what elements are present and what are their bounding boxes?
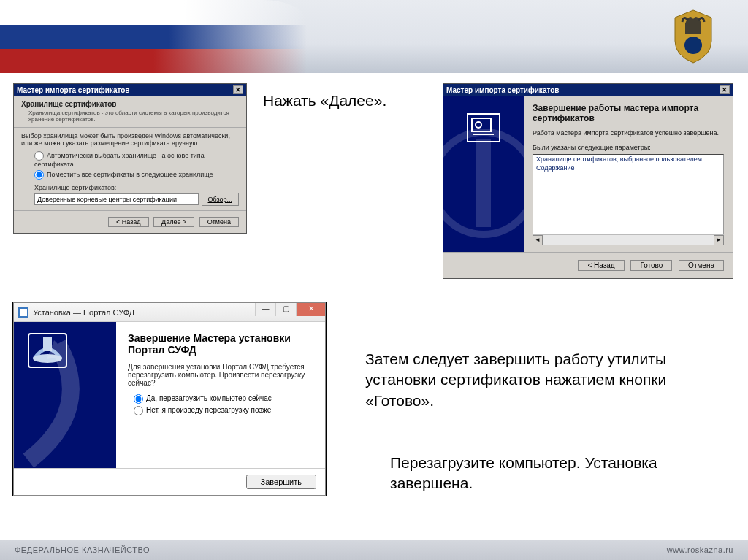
svg-point-0 [684,37,702,54]
finish-heading: Завершение работы мастера импорта сертиф… [533,103,724,123]
radio-restart-now[interactable]: Да, перезагрузить компьютер сейчас [134,394,313,404]
installer-heading: Завершение Мастера установки Портал СУФД [128,332,313,356]
back-button[interactable]: < Назад [578,260,624,271]
panel-heading: Хранилище сертификатов [21,100,239,108]
finish-button[interactable]: Завершить [246,475,316,489]
store-label: Хранилище сертификатов: [34,184,239,191]
done-button[interactable]: Готово [630,260,672,271]
scroll-left-icon[interactable]: ◄ [533,235,543,245]
radio-auto-label: Автоматически выбрать хранилище на основ… [34,152,205,168]
annotation-2: Затем следует завершить работу утилиты у… [365,349,694,411]
svg-rect-7 [20,309,27,316]
annotation-1: Нажать «Далее». [263,91,386,111]
close-icon[interactable]: ✕ [720,85,730,94]
radio-restart-later[interactable]: Нет, я произведу перезагрузку позже [134,406,313,415]
titlebar: Мастер импорта сертификатов ✕ [443,84,733,96]
params-listbox[interactable]: Хранилище сертификатов, выбранное пользо… [533,154,724,234]
cert-wizard-store-dialog: Мастер импорта сертификатов ✕ Хранилище … [13,83,247,234]
cert-wizard-finish-dialog: Мастер импорта сертификатов ✕ Завершение… [443,83,733,279]
footer-bar: ФЕДЕРАЛЬНОЕ КАЗНАЧЕЙСТВО www.roskazna.ru [0,540,748,560]
footer-url: www.roskazna.ru [667,545,733,554]
side-panel [443,96,524,252]
next-button[interactable]: Далее > [153,217,194,227]
app-icon [18,307,28,318]
flag-graphic [0,0,307,73]
radio-now-label: Да, перезагрузить компьютер сейчас [146,394,272,402]
cancel-button[interactable]: Отмена [199,217,239,227]
params-label: Были указаны следующие параметры: [533,144,724,151]
desc-text: Выбор хранилища может быть произведен Wi… [21,132,239,147]
cancel-button[interactable]: Отмена [679,260,724,271]
finish-line: Работа мастера импорта сертификатов успе… [533,129,724,137]
footer-org: ФЕДЕРАЛЬНОЕ КАЗНАЧЕЙСТВО [15,545,150,554]
installer-para: Для завершения установки Портал СУФД тре… [128,363,313,387]
radio-manual-label: Поместить все сертификаты в следующее хр… [47,171,213,178]
titlebar: Мастер импорта сертификатов ✕ [14,84,246,96]
store-input[interactable] [34,193,199,205]
browse-button[interactable]: Обзор... [202,193,240,206]
installer-finish-dialog: Установка — Портал СУФД — ▢ ✕ [13,302,326,496]
scroll-right-icon[interactable]: ► [714,235,724,245]
radio-later-label: Нет, я произведу перезагрузку позже [146,406,271,414]
radio-auto[interactable]: Автоматически выбрать хранилище на основ… [34,151,239,168]
minimize-button[interactable]: — [255,303,275,316]
close-icon[interactable]: ✕ [296,303,325,316]
side-panel [14,322,116,468]
slide-banner [0,0,748,73]
annotation-3: Перезагрузите компьютер. Установка завер… [390,453,697,494]
svg-rect-2 [476,139,491,227]
svg-point-5 [476,122,481,128]
list-item: Содержание [533,164,723,172]
radio-manual[interactable]: Поместить все сертификаты в следующее хр… [34,170,239,180]
panel-subtext: Хранилища сертификатов - это области сис… [28,110,239,123]
certificate-icon [467,113,500,142]
back-button[interactable]: < Назад [108,217,149,227]
title-text: Установка — Портал СУФД [33,308,134,317]
title-text: Мастер импорта сертификатов [446,86,559,94]
title-text: Мастер импорта сертификатов [17,86,129,94]
h-scrollbar[interactable]: ◄ ► [533,234,724,245]
list-item: Хранилище сертификатов, выбранное пользо… [533,155,723,164]
side-watermark-icon [14,322,116,468]
titlebar: Установка — Портал СУФД — ▢ ✕ [14,303,325,322]
maximize-button[interactable]: ▢ [275,303,296,316]
close-icon[interactable]: ✕ [233,85,243,94]
emblem-icon [668,9,719,64]
